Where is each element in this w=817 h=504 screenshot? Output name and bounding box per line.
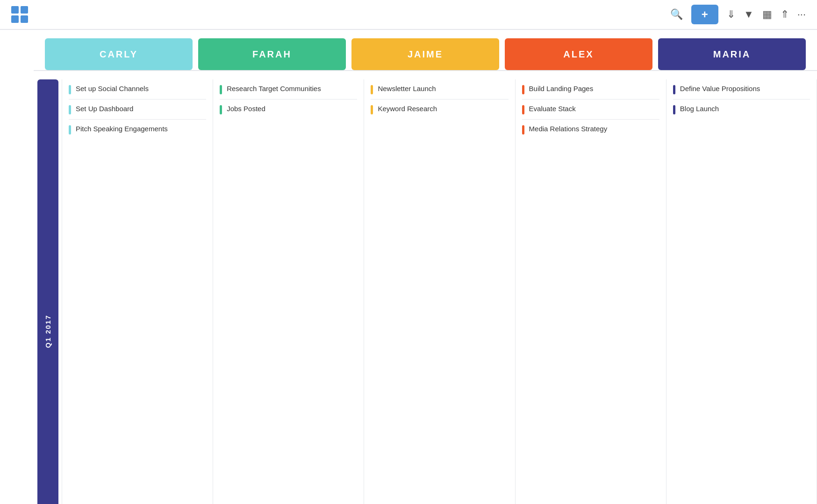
search-button[interactable]: 🔍: [670, 8, 683, 21]
quarter-block-0: Set up Social ChannelsSet Up DashboardPi…: [62, 70, 817, 504]
more-button[interactable]: ···: [797, 8, 806, 21]
col-header-jaime: JAIME: [351, 38, 499, 70]
task-text: Set Up Dashboard: [76, 104, 133, 114]
task-item[interactable]: Set Up Dashboard: [69, 99, 206, 120]
filter-button[interactable]: ▼: [744, 8, 754, 21]
add-button[interactable]: +: [691, 5, 718, 24]
task-bar: [69, 125, 71, 135]
cell-0-jaime: Newsletter LaunchKeyword Research: [364, 79, 515, 504]
cell-0-farah: Research Target CommunitiesJobs Posted: [213, 79, 364, 504]
download-button[interactable]: ⇓: [727, 8, 735, 21]
task-bar: [522, 105, 524, 114]
upload-button[interactable]: ⇑: [781, 8, 789, 21]
task-text: Research Target Communities: [227, 84, 321, 93]
grid-icon: ▦: [762, 8, 772, 20]
task-bar: [220, 85, 222, 94]
plus-icon: +: [702, 8, 708, 21]
task-item[interactable]: Set up Social Channels: [69, 79, 206, 99]
logo: [11, 6, 28, 23]
column-headers: CARLYFARAHJAIMEALEXMARIA: [34, 30, 817, 70]
task-text: Blog Launch: [680, 104, 719, 114]
logo-cell-1: [11, 6, 19, 14]
task-text: Keyword Research: [378, 104, 437, 114]
logo-cell-2: [21, 6, 28, 14]
task-item[interactable]: Keyword Research: [371, 99, 508, 119]
task-item[interactable]: Newsletter Launch: [371, 79, 508, 99]
task-bar: [69, 105, 71, 114]
task-bar: [522, 85, 524, 94]
task-text: Build Landing Pages: [529, 84, 594, 93]
task-bar: [371, 105, 373, 114]
search-icon: 🔍: [670, 8, 683, 20]
logo-cell-3: [11, 15, 19, 23]
download-icon: ⇓: [727, 8, 735, 20]
task-item[interactable]: Blog Launch: [673, 99, 810, 119]
col-header-maria: MARIA: [658, 38, 806, 70]
task-bar: [673, 85, 675, 94]
task-item[interactable]: Evaluate Stack: [522, 99, 659, 120]
task-text: Newsletter Launch: [378, 84, 436, 93]
task-text: Evaluate Stack: [529, 104, 576, 114]
task-bar: [522, 125, 524, 135]
cell-0-carly: Set up Social ChannelsSet Up DashboardPi…: [62, 79, 213, 504]
task-item[interactable]: Jobs Posted: [220, 99, 357, 119]
logo-grid: [11, 6, 28, 23]
quarter-label-text-0: Q1 2017: [37, 79, 58, 504]
header: 🔍 + ⇓ ▼ ▦ ⇑ ···: [0, 0, 817, 30]
task-text: Jobs Posted: [227, 104, 265, 114]
task-item[interactable]: Research Target Communities: [220, 79, 357, 99]
grid-container: CARLYFARAHJAIMEALEXMARIA Q1 2017Set up S…: [34, 30, 817, 504]
filter-icon: ▼: [744, 8, 754, 20]
task-bar: [371, 85, 373, 94]
main-content: CARLYFARAHJAIMEALEXMARIA Q1 2017Set up S…: [0, 30, 817, 504]
more-icon: ···: [797, 8, 806, 20]
task-bar: [220, 105, 222, 114]
task-item[interactable]: Build Landing Pages: [522, 79, 659, 99]
col-header-farah: FARAH: [198, 38, 346, 70]
col-header-carly: CARLY: [45, 38, 193, 70]
task-bar: [673, 105, 675, 114]
task-item[interactable]: Pitch Speaking Engagements: [69, 120, 206, 139]
task-item[interactable]: Define Value Propositions: [673, 79, 810, 99]
task-text: Pitch Speaking Engagements: [76, 124, 168, 134]
task-text: Media Relations Strategy: [529, 124, 608, 134]
cell-0-alex: Build Landing PagesEvaluate StackMedia R…: [515, 79, 666, 504]
task-item[interactable]: Media Relations Strategy: [522, 120, 659, 139]
quarter-row-0: Q1 2017Set up Social ChannelsSet Up Dash…: [34, 70, 817, 504]
header-actions: 🔍 + ⇓ ▼ ▦ ⇑ ···: [670, 5, 806, 24]
quarter-label-0: Q1 2017: [34, 70, 62, 504]
col-header-alex: ALEX: [505, 38, 652, 70]
grid-button[interactable]: ▦: [762, 8, 772, 21]
quarters-section: Q1 2017Set up Social ChannelsSet Up Dash…: [34, 70, 817, 504]
task-text: Define Value Propositions: [680, 84, 760, 93]
task-text: Set up Social Channels: [76, 84, 149, 93]
cell-0-maria: Define Value PropositionsBlog Launch: [666, 79, 817, 504]
upload-icon: ⇑: [781, 8, 789, 20]
logo-cell-4: [21, 15, 28, 23]
task-bar: [69, 85, 71, 94]
